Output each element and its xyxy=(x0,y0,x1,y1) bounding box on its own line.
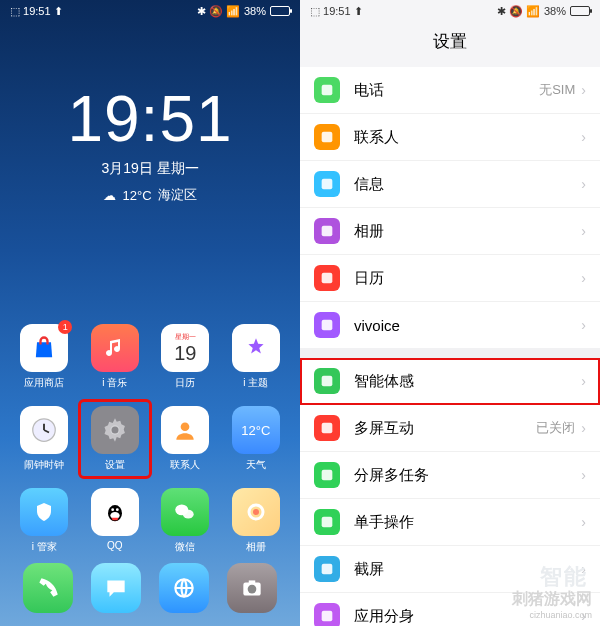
site-watermark: 刺猪游戏网 cizhuaniao.com xyxy=(512,589,592,620)
row-label: 智能体感 xyxy=(354,372,581,391)
row-icon xyxy=(314,415,340,441)
message-icon xyxy=(103,575,129,601)
status-right: ✱ 🔕 📶 38% xyxy=(497,5,590,18)
row-value: 无SIM xyxy=(539,81,575,99)
status-right: ✱ 🔕 📶 38% xyxy=(197,5,290,18)
app-calendar[interactable]: 星期一 19 日历 xyxy=(155,324,216,390)
app-qq[interactable]: QQ xyxy=(85,488,146,554)
svg-rect-18 xyxy=(322,179,333,190)
settings-row-g1-1[interactable]: 联系人› xyxy=(300,114,600,161)
settings-row-g1-2[interactable]: 信息› xyxy=(300,161,600,208)
chevron-right-icon: › xyxy=(581,82,586,98)
svg-rect-22 xyxy=(322,376,333,387)
svg-rect-26 xyxy=(322,564,333,575)
app-gallery[interactable]: 相册 xyxy=(226,488,287,554)
app-manager[interactable]: i 管家 xyxy=(14,488,75,554)
clock-icon xyxy=(29,415,59,445)
section-separator xyxy=(300,348,600,358)
row-icon xyxy=(314,603,340,626)
svg-point-3 xyxy=(181,422,190,431)
home-date: 3月19日 星期一 xyxy=(0,160,300,178)
theme-icon xyxy=(243,335,269,361)
shield-icon xyxy=(32,500,56,524)
battery-icon xyxy=(570,6,590,16)
row-label: 联系人 xyxy=(354,128,581,147)
svg-rect-16 xyxy=(322,85,333,96)
chevron-right-icon: › xyxy=(581,129,586,145)
home-weather[interactable]: ☁ 12°C 海淀区 xyxy=(103,186,196,204)
phone-settings-screen: ⬚ 19:51 ⬆ ✱ 🔕 📶 38% 设置 电话无SIM›联系人›信息›相册›… xyxy=(300,0,600,626)
chevron-right-icon: › xyxy=(581,317,586,333)
settings-row-g1-4[interactable]: 日历› xyxy=(300,255,600,302)
settings-row-g1-5[interactable]: vivoice› xyxy=(300,302,600,348)
row-label: 日历 xyxy=(354,269,581,288)
svg-rect-17 xyxy=(322,132,333,143)
row-label: 多屏互动 xyxy=(354,419,536,438)
row-icon xyxy=(314,368,340,394)
row-label: 相册 xyxy=(354,222,581,241)
svg-rect-19 xyxy=(322,226,333,237)
row-icon xyxy=(314,509,340,535)
weather-icon: ☁ xyxy=(103,188,116,203)
dock-phone[interactable] xyxy=(23,563,73,613)
phone-home-screen: ⬚ 19:51 ⬆ ✱ 🔕 📶 38% 19:51 3月19日 星期一 ☁ 12… xyxy=(0,0,300,626)
svg-point-11 xyxy=(253,509,259,515)
music-icon xyxy=(103,336,127,360)
row-icon xyxy=(314,124,340,150)
app-weather[interactable]: 12°C 天气 xyxy=(226,406,287,472)
dock-browser[interactable] xyxy=(159,563,209,613)
app-settings-highlighted[interactable]: 设置 xyxy=(78,399,153,479)
chevron-right-icon: › xyxy=(581,467,586,483)
row-label: vivoice xyxy=(354,317,581,334)
svg-point-9 xyxy=(183,510,194,519)
status-time: ⬚ 19:51 ⬆ xyxy=(10,5,63,18)
chevron-right-icon: › xyxy=(581,420,586,436)
clock-widget: 19:51 3月19日 星期一 ☁ 12°C 海淀区 xyxy=(0,82,300,204)
row-label: 信息 xyxy=(354,175,581,194)
battery-icon xyxy=(270,6,290,16)
status-time: ⬚ 19:51 ⬆ xyxy=(310,5,363,18)
svg-rect-25 xyxy=(322,517,333,528)
app-music[interactable]: i 音乐 xyxy=(85,324,146,390)
row-label: 单手操作 xyxy=(354,513,581,532)
globe-icon xyxy=(171,575,197,601)
settings-row-g1-0[interactable]: 电话无SIM› xyxy=(300,67,600,114)
dock-messages[interactable] xyxy=(91,563,141,613)
row-value: 已关闭 xyxy=(536,419,575,437)
status-bar-left: ⬚ 19:51 ⬆ ✱ 🔕 📶 38% xyxy=(0,0,300,22)
row-icon xyxy=(314,462,340,488)
settings-row-g1-3[interactable]: 相册› xyxy=(300,208,600,255)
status-bar-right: ⬚ 19:51 ⬆ ✱ 🔕 📶 38% xyxy=(300,0,600,22)
home-time: 19:51 xyxy=(0,82,300,156)
dock-camera[interactable] xyxy=(227,563,277,613)
qq-icon xyxy=(101,498,129,526)
row-icon xyxy=(314,312,340,338)
app-contacts[interactable]: 联系人 xyxy=(155,406,216,472)
row-icon xyxy=(314,218,340,244)
chevron-right-icon: › xyxy=(581,373,586,389)
app-wechat[interactable]: 微信 xyxy=(155,488,216,554)
row-icon xyxy=(314,171,340,197)
settings-row-g2-1[interactable]: 多屏互动已关闭› xyxy=(300,405,600,452)
row-icon xyxy=(314,77,340,103)
svg-point-2 xyxy=(111,427,118,434)
chevron-right-icon: › xyxy=(581,223,586,239)
svg-rect-21 xyxy=(322,320,333,331)
badge: 1 xyxy=(58,320,72,334)
settings-row-g2-0[interactable]: 智能体感› xyxy=(300,358,600,405)
contacts-icon xyxy=(172,417,198,443)
settings-row-g2-3[interactable]: 单手操作› xyxy=(300,499,600,546)
chevron-right-icon: › xyxy=(581,514,586,530)
row-label: 电话 xyxy=(354,81,539,100)
settings-row-g2-2[interactable]: 分屏多任务› xyxy=(300,452,600,499)
svg-rect-20 xyxy=(322,273,333,284)
svg-rect-24 xyxy=(322,470,333,481)
apps-grid: 1 应用商店 i 音乐 星期一 19 日历 xyxy=(0,324,300,554)
svg-rect-15 xyxy=(249,580,256,583)
app-theme[interactable]: i 主题 xyxy=(226,324,287,390)
row-icon xyxy=(314,265,340,291)
wechat-icon xyxy=(172,499,198,525)
app-clock[interactable]: 闹钟时钟 xyxy=(14,406,75,472)
camera-icon xyxy=(239,575,265,601)
app-store[interactable]: 1 应用商店 xyxy=(14,324,75,390)
